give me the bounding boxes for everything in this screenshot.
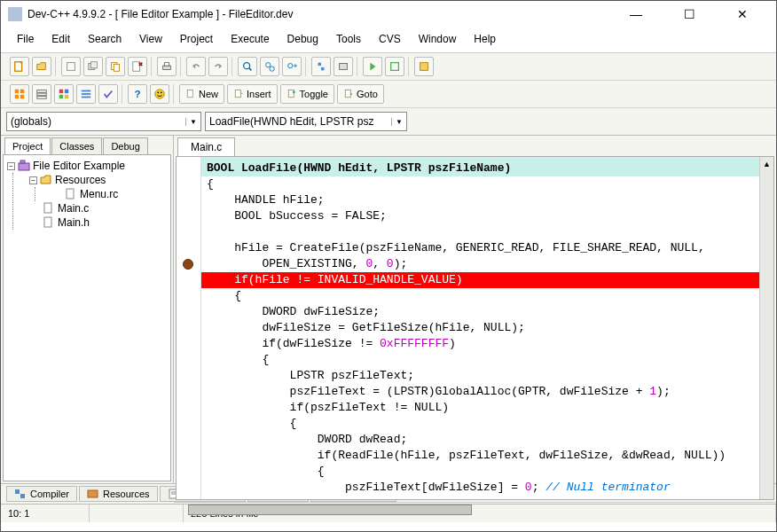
tree-file-menurc[interactable]: Menu.rc — [51, 187, 167, 201]
menu-debug[interactable]: Debug — [279, 31, 327, 47]
insert-button[interactable]: Insert — [227, 84, 278, 104]
open-button[interactable] — [32, 57, 51, 76]
menu-project[interactable]: Project — [171, 31, 222, 47]
print-button[interactable] — [157, 57, 177, 76]
menu-view[interactable]: View — [130, 31, 171, 47]
scope-combo[interactable]: (globals) ▼ — [6, 112, 201, 131]
parameters-button[interactable] — [76, 84, 96, 104]
tree-item-label: Main.c — [58, 202, 89, 215]
menu-execute[interactable]: Execute — [222, 31, 278, 47]
svg-rect-44 — [19, 163, 29, 170]
svg-point-15 — [288, 64, 293, 68]
tree-root[interactable]: − File Editor Example — [7, 159, 167, 173]
svg-rect-26 — [37, 93, 47, 96]
breakpoint-line: if(hFile != INVALID_HANDLE_VALUE) — [201, 272, 759, 288]
collapse-icon[interactable]: − — [29, 176, 37, 184]
compile-current-button[interactable] — [10, 84, 29, 104]
svg-rect-50 — [20, 494, 25, 498]
function-combo-value: LoadFile(HWND hEdit, LPSTR psz — [209, 115, 373, 128]
tree-resources-label: Resources — [55, 174, 106, 186]
combobar: (globals) ▼ LoadFile(HWND hEdit, LPSTR p… — [1, 108, 776, 136]
menu-search[interactable]: Search — [79, 31, 130, 47]
svg-line-12 — [249, 68, 252, 71]
code-editor[interactable]: BOOL LoadFile(HWND hEdit, LPSTR pszFileN… — [201, 157, 759, 499]
svg-rect-19 — [391, 63, 399, 71]
svg-rect-23 — [15, 95, 19, 98]
svg-rect-5 — [114, 64, 119, 71]
svg-rect-0 — [15, 62, 22, 72]
svg-rect-31 — [65, 95, 68, 98]
replace-button[interactable] — [260, 57, 279, 76]
editor-tab-mainc[interactable]: Main.c — [177, 137, 235, 156]
svg-rect-45 — [20, 160, 25, 163]
compile-run-button[interactable] — [363, 57, 382, 76]
collapse-icon[interactable]: − — [7, 162, 15, 170]
svg-point-42 — [292, 90, 294, 93]
svg-rect-48 — [44, 217, 51, 227]
project-tree[interactable]: − File Editor Example − Resources Menu.r… — [3, 154, 171, 481]
tab-project[interactable]: Project — [4, 137, 51, 154]
new-project-button[interactable] — [10, 57, 29, 76]
gutter[interactable] — [177, 157, 201, 499]
find-next-button[interactable] — [282, 57, 302, 76]
horizontal-scrollbar[interactable] — [174, 502, 776, 503]
tree-file-mainh[interactable]: Main.h — [29, 215, 167, 230]
menu-help[interactable]: Help — [465, 31, 505, 47]
svg-rect-25 — [37, 90, 47, 93]
svg-rect-16 — [318, 63, 322, 66]
menu-edit[interactable]: Edit — [43, 31, 79, 47]
copy-button[interactable] — [106, 57, 125, 76]
function-combo[interactable]: LoadFile(HWND hEdit, LPSTR psz ▼ — [205, 112, 407, 131]
close-button[interactable]: ✕ — [725, 7, 760, 21]
main-area: Project Classes Debug − File Editor Exam… — [1, 136, 776, 483]
profile-button[interactable] — [32, 84, 51, 104]
goto-button[interactable]: Goto — [337, 84, 384, 104]
close-file-button[interactable] — [128, 57, 147, 76]
svg-rect-1 — [67, 63, 75, 71]
breakpoint-icon[interactable] — [183, 259, 193, 270]
checkmark-button[interactable] — [98, 84, 118, 104]
debug-button[interactable] — [414, 57, 434, 76]
tree-item-label: Menu.rc — [80, 188, 118, 200]
run-button[interactable] — [334, 57, 353, 76]
tab-compiler[interactable]: Compiler — [6, 486, 77, 502]
status-empty — [90, 505, 184, 522]
find-button[interactable] — [238, 57, 257, 76]
window-title: Dev-C++ 4.9.9.2 - [ File Editor Example … — [27, 8, 618, 20]
svg-rect-24 — [20, 95, 24, 98]
svg-rect-22 — [20, 90, 24, 93]
svg-rect-43 — [345, 90, 350, 98]
about-button[interactable] — [150, 84, 169, 104]
menu-file[interactable]: File — [8, 31, 43, 47]
maximize-button[interactable]: ☐ — [671, 7, 707, 21]
project-icon — [18, 160, 30, 172]
tab-classes[interactable]: Classes — [51, 137, 102, 154]
tree-resources[interactable]: − Resources — [29, 173, 167, 187]
svg-rect-39 — [235, 90, 240, 98]
scroll-up-icon[interactable]: ▲ — [760, 157, 773, 171]
toggle-bookmark-button[interactable]: Toggle — [280, 84, 334, 104]
svg-rect-47 — [44, 203, 51, 213]
help-button[interactable]: ? — [128, 84, 147, 104]
rebuild-button[interactable] — [385, 57, 404, 76]
svg-point-36 — [157, 91, 159, 93]
menu-tools[interactable]: Tools — [327, 31, 370, 47]
save-all-button[interactable] — [83, 57, 103, 76]
undo-button[interactable] — [186, 57, 206, 76]
new-file-button[interactable]: New — [179, 84, 224, 104]
vertical-scrollbar[interactable]: ▲ — [759, 157, 773, 499]
tree-item-label: Main.h — [58, 216, 90, 229]
tree-file-mainc[interactable]: Main.c — [29, 201, 167, 215]
file-icon — [43, 216, 55, 229]
redo-button[interactable] — [208, 57, 228, 76]
save-button[interactable] — [61, 57, 81, 76]
syntax-check-button[interactable] — [54, 84, 74, 104]
menu-cvs[interactable]: CVS — [370, 31, 410, 47]
tab-debug[interactable]: Debug — [103, 137, 147, 154]
compile-button[interactable] — [311, 57, 331, 76]
minimize-button[interactable]: — — [618, 7, 654, 21]
compiler-icon — [14, 489, 27, 499]
scrollbar-thumb[interactable] — [188, 505, 472, 515]
tab-resources[interactable]: Resources — [79, 486, 158, 502]
menu-window[interactable]: Window — [410, 31, 466, 47]
